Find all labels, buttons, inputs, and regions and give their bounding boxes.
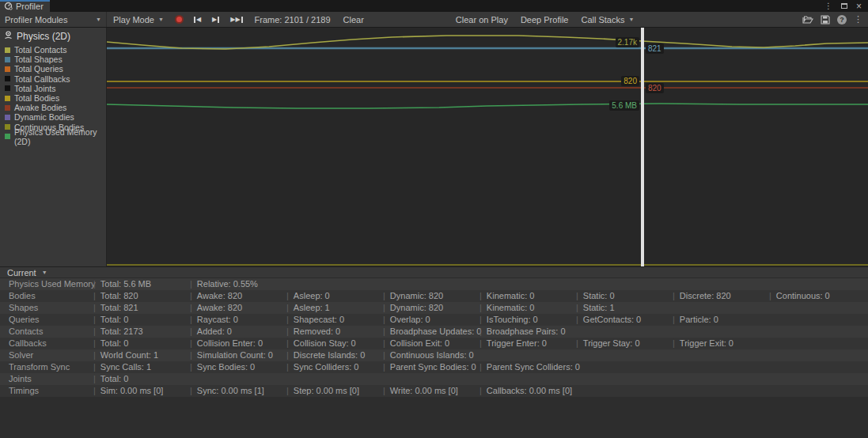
call-stacks-dropdown[interactable]: Call Stacks ▼ (574, 12, 640, 27)
stats-cell: |Trigger Exit: 0 (673, 338, 769, 349)
legend-swatch-icon (5, 124, 10, 130)
module-header-physics2d[interactable]: Physics (2D) (0, 28, 106, 45)
stats-cell: |Parent Sync Colliders: 0 (479, 361, 576, 373)
chart-value-label: 5.6 MB (609, 100, 639, 111)
legend-item[interactable]: Total Joints (5, 84, 106, 93)
stats-cell: |Kinematic: 0 (479, 302, 576, 314)
stats-cell: |Static: 1 (576, 302, 673, 314)
legend-swatch-icon (5, 66, 10, 72)
profiler-toolbar: Profiler Modules ▼ Play Mode ▼ ◀ ▶ ▶▶ Fr… (0, 12, 868, 28)
stats-cell: |Added: 0 (190, 326, 286, 338)
legend-label: Dynamic Bodies (14, 112, 74, 122)
stats-cell: |Broadphase Updates: 0 (383, 326, 479, 338)
maximize-icon[interactable] (841, 3, 847, 9)
stats-cell: |Particle: 0 (673, 314, 769, 326)
stats-cell: |Collision Enter: 0 (190, 338, 286, 349)
stats-cell: |Trigger Stay: 0 (576, 338, 673, 349)
modules-sidebar: Physics (2D) Total ContactsTotal ShapesT… (0, 28, 107, 266)
profiler-gauge-icon (4, 2, 13, 10)
stats-cell: |Collision Stay: 0 (286, 338, 383, 349)
window-menu-icon[interactable]: ⋮ (824, 2, 832, 10)
legend-item[interactable]: Total Queries (5, 64, 106, 74)
record-icon (175, 15, 184, 24)
stats-cell: |Shapecast: 0 (286, 314, 383, 326)
current-frame-button[interactable]: ▶▶ (225, 12, 248, 27)
window-controls: ⋮ × (824, 0, 868, 12)
current-dropdown[interactable]: Current (7, 268, 36, 278)
chevron-down-icon[interactable]: ▼ (42, 270, 47, 275)
stats-cell: |Total: 2173 (93, 326, 190, 338)
play-mode-dropdown[interactable]: Play Mode ▼ (107, 12, 170, 27)
stats-cell: |Total: 821 (93, 302, 190, 314)
stats-cell: |World Count: 1 (93, 349, 190, 361)
chevron-down-icon: ▼ (628, 17, 634, 22)
legend-item[interactable]: Total Contacts (5, 45, 106, 55)
next-frame-button[interactable]: ▶ (207, 12, 225, 27)
legend-item[interactable]: Total Bodies (5, 93, 106, 103)
frame-playhead[interactable] (641, 28, 644, 266)
skip-forward-icon (241, 17, 243, 23)
stats-cell: |Relative: 0.55% (190, 278, 286, 290)
load-profile-folder-icon[interactable] (802, 15, 813, 25)
legend-label: Awake Bodies (14, 103, 66, 112)
legend-item[interactable]: Total Shapes (5, 55, 106, 64)
stats-row: Contacts|Total: 2173|Added: 0|Removed: 0… (0, 326, 868, 338)
legend-swatch-icon (5, 57, 10, 62)
stats-cell: |Continuous: 0 (769, 290, 866, 302)
stats-cell: |Sync Colliders: 0 (286, 361, 383, 373)
profiler-window: Profiler ⋮ × Profiler Modules ▼ Play Mod… (0, 0, 868, 438)
legend-label: Total Callbacks (14, 74, 70, 84)
stats-cell: |Total: 0 (93, 314, 190, 326)
stats-cell: |Static: 0 (576, 290, 673, 302)
context-menu-icon[interactable]: ⋮ (854, 14, 862, 25)
legend-label: Total Shapes (14, 55, 63, 64)
legend-item[interactable]: Awake Bodies (5, 103, 106, 112)
stats-row: Shapes|Total: 821|Awake: 820|Asleep: 1|D… (0, 302, 868, 314)
clear-on-play-toggle[interactable]: Clear on Play (449, 12, 514, 27)
help-icon[interactable]: ? (837, 15, 847, 25)
clear-button[interactable]: Clear (337, 12, 370, 27)
chart-value-label: 821 (646, 43, 664, 54)
call-stacks-label: Call Stacks (581, 15, 624, 25)
deep-profile-toggle[interactable]: Deep Profile (514, 12, 575, 27)
stats-cell: |Total: 820 (93, 290, 190, 302)
legend-label: Total Queries (14, 64, 63, 74)
stats-cell: |Collision Exit: 0 (383, 338, 479, 349)
stats-row: Physics Used Memory|Total: 5.6 MB|Relati… (0, 278, 868, 290)
physics-stats-table: Physics Used Memory|Total: 5.6 MB|Relati… (0, 278, 868, 397)
stats-cell: |IsTouching: 0 (479, 314, 576, 326)
stats-row: Transform Sync|Sync Calls: 1|Sync Bodies… (0, 361, 868, 373)
legend-item[interactable]: Physics Used Memory (2D) (5, 132, 106, 142)
stats-cell: |Asleep: 1 (286, 302, 383, 314)
legend-item[interactable]: Total Callbacks (5, 74, 106, 84)
stats-row-label: Timings (0, 385, 93, 397)
stats-row: Solver|World Count: 1|Simulation Count: … (0, 349, 868, 361)
save-profile-disk-icon[interactable] (821, 15, 830, 25)
skip-back-icon (194, 17, 195, 23)
stats-cell: |Trigger Enter: 0 (479, 338, 576, 349)
physics-chart-area[interactable]: 2.17k8218208205.6 MB (107, 28, 868, 266)
first-frame-button[interactable]: ◀ (188, 12, 207, 27)
close-icon[interactable]: × (856, 2, 862, 11)
stats-cell: |Sync: 0.00 ms [1] (190, 385, 286, 397)
stats-cell: |Step: 0.00 ms [0] (286, 385, 383, 397)
legend-swatch-icon (5, 134, 10, 139)
stats-cell: |Discrete: 820 (673, 290, 769, 302)
frame-counter: Frame: 2101 / 2189 (248, 12, 337, 27)
legend-item[interactable]: Dynamic Bodies (5, 112, 106, 122)
profiler-modules-dropdown[interactable]: Profiler Modules ▼ (0, 12, 107, 27)
physics2d-icon (4, 31, 13, 42)
stats-cell: |GetContacts: 0 (576, 314, 673, 326)
tab-profiler[interactable]: Profiler (0, 0, 50, 12)
chart-value-label: 2.17k (616, 37, 639, 47)
legend-swatch-icon (5, 96, 10, 101)
stats-row-label: Queries (0, 314, 93, 326)
stats-cell: |Sync Calls: 1 (93, 361, 190, 373)
stats-cell: |Awake: 820 (190, 290, 286, 302)
chart-value-label: 820 (646, 83, 664, 93)
record-button[interactable] (170, 12, 188, 27)
details-view-bar: Current ▼ (0, 266, 868, 278)
stats-cell: |Total: 0 (93, 338, 190, 349)
step-forward-icon (218, 17, 219, 23)
tab-title: Profiler (16, 2, 44, 11)
